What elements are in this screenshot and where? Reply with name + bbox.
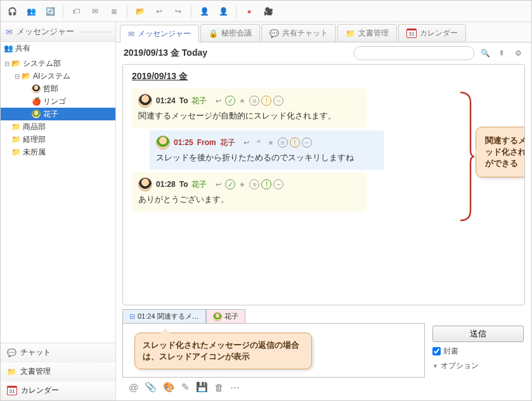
action-reply-icon[interactable]: ↩ <box>242 137 252 148</box>
action-star-icon[interactable]: ★ <box>237 96 247 106</box>
tree-item-label: 商品部 <box>23 122 46 132</box>
edit-icon[interactable]: ✎ <box>181 381 190 393</box>
sidebar-header-label: メッセンジャー <box>16 26 74 37</box>
attach-icon[interactable]: 📎 <box>145 381 157 393</box>
sidebar-nav-0[interactable]: 💬チャット <box>1 343 115 362</box>
search-input[interactable] <box>354 46 474 60</box>
message-0: 01:24To花子↩✓★≡!−関連するメッセージが自動的にスレッド化されます。 <box>132 89 367 128</box>
send-button[interactable]: 送信 <box>432 326 524 342</box>
sealed-checkbox[interactable] <box>432 347 441 355</box>
action-warn-icon[interactable]: ! <box>261 96 271 106</box>
tree-item-label: 未所属 <box>23 147 46 158</box>
tab-3[interactable]: 📁文書管理 <box>337 24 397 42</box>
sidebar-nav-2[interactable]: 31カレンダー <box>1 381 115 400</box>
tree-item-7[interactable]: 📁未所属 <box>1 146 115 158</box>
avatar-icon <box>138 177 152 191</box>
sealed-label: 封書 <box>443 346 458 357</box>
callout-thread-info: 関連するメッセージが自動的にスレッド化され、後から折りたたむことができる <box>476 127 525 177</box>
trash-icon[interactable]: 🗑 <box>214 382 224 393</box>
options-label: オプション <box>441 360 479 371</box>
tab-icon: 💬 <box>269 29 279 38</box>
message-direction: To <box>179 180 188 189</box>
tag-icon[interactable]: 🏷 <box>70 5 82 18</box>
action-list-icon[interactable]: ≡ <box>249 179 259 189</box>
action-check-icon[interactable]: ✓ <box>225 96 235 106</box>
dash-line <box>81 32 110 32</box>
tree-item-1[interactable]: ⊟📂AIシステム <box>1 70 115 82</box>
compose-tab-reply[interactable]: ⊟ 01:24 関連するメ… <box>122 309 206 323</box>
mention-icon[interactable]: @ <box>129 382 138 393</box>
action-warn-icon[interactable]: ! <box>290 137 300 148</box>
more-icon[interactable]: ⋯ <box>230 381 240 393</box>
tree-item-5[interactable]: 📁商品部 <box>1 120 115 133</box>
tree-item-2[interactable]: 哲郎 <box>1 82 115 95</box>
group-add-icon[interactable]: 👥 <box>25 5 37 18</box>
action-warn-g-icon[interactable]: ! <box>261 179 271 189</box>
content-area: ✉メッセンジャー🔒秘密会議💬共有チャット📁文書管理31カレンダー 2019/09… <box>116 22 531 400</box>
message-list: 2019/09/13 金 01:24To花子↩✓★≡!−関連するメッセージが自動… <box>122 64 525 305</box>
action-star-icon[interactable]: ★ <box>266 137 276 148</box>
palette-icon[interactable]: 🎨 <box>163 381 175 393</box>
action-minus-icon[interactable]: − <box>273 179 283 189</box>
users-icon[interactable]: 👤 <box>198 5 211 18</box>
action-quote-icon[interactable]: ❝ <box>254 137 264 148</box>
scroll-top-icon[interactable]: ⇞ <box>496 48 507 59</box>
avatar-icon <box>138 94 152 108</box>
action-reply-icon[interactable]: ↩ <box>213 179 223 189</box>
mail-new-icon[interactable]: ✉ <box>89 5 101 18</box>
folder-open-icon[interactable]: 📂 <box>134 5 146 18</box>
reply-all-icon[interactable]: ↩ <box>153 5 165 18</box>
message-direction: To <box>179 96 188 105</box>
thread-icon[interactable]: ≣ <box>108 5 120 18</box>
folder-icon: 📁 <box>11 135 21 144</box>
sealed-option[interactable]: 封書 <box>432 346 525 357</box>
headset-icon[interactable]: 🎧 <box>6 5 18 18</box>
message-actions: ↩✓★≡!− <box>213 179 283 189</box>
calendar-icon: 31 <box>406 29 417 38</box>
compose-tab-user[interactable]: 花子 <box>206 309 245 323</box>
message-body: スレッドを後から折りたためるのでスッキリしますね <box>156 152 378 163</box>
tab-1[interactable]: 🔒秘密会議 <box>200 24 260 42</box>
apple-icon: 🍎 <box>31 97 41 106</box>
callout-text: 関連するメッセージが自動的にスレッド化され、後から折りたたむことができる <box>485 136 525 168</box>
action-list-icon[interactable]: ≡ <box>278 137 288 148</box>
tree-toggle-icon[interactable]: ⊟ <box>13 73 21 80</box>
share-row[interactable]: 👥 共有 <box>1 42 115 54</box>
tab-label: メッセンジャー <box>138 29 191 39</box>
action-check-icon[interactable]: ✓ <box>225 179 235 189</box>
tab-4[interactable]: 31カレンダー <box>398 24 466 42</box>
message-direction: From <box>197 138 216 147</box>
nav-icon: 💬 <box>7 348 16 357</box>
nav-label: カレンダー <box>21 385 59 396</box>
record-icon[interactable]: ● <box>243 5 256 18</box>
user-refresh-icon[interactable]: 🔄 <box>44 5 56 18</box>
message-body: ありがとうございます。 <box>138 194 360 205</box>
avatar-icon <box>156 136 170 150</box>
save-icon[interactable]: 💾 <box>196 381 208 393</box>
reply-icon[interactable]: ↪ <box>172 5 185 18</box>
search-icon[interactable]: 🔍 <box>479 48 491 59</box>
tree-item-label: 経理部 <box>23 134 46 145</box>
tree-item-3[interactable]: 🍎リンゴ <box>1 95 115 108</box>
tab-2[interactable]: 💬共有チャット <box>261 24 336 42</box>
tab-label: カレンダー <box>420 28 458 39</box>
tab-0[interactable]: ✉メッセンジャー <box>120 25 199 42</box>
camera-icon[interactable]: 🎥 <box>262 5 275 18</box>
user-minus-icon[interactable]: 👤 <box>217 5 230 18</box>
sidebar-header[interactable]: ✉ メッセンジャー <box>1 22 115 42</box>
action-minus-icon[interactable]: − <box>302 137 312 148</box>
tree-item-4[interactable]: 花子 <box>1 108 115 120</box>
tree-item-0[interactable]: ⊟📂システム部 <box>1 57 115 70</box>
action-list-icon[interactable]: ≡ <box>249 96 259 106</box>
tree-toggle-icon[interactable]: ⊟ <box>3 60 11 67</box>
compose-textarea[interactable]: スレッド化されたメッセージの返信の場合は、スレッドアイコンが表示 <box>122 323 425 378</box>
sidebar-nav-1[interactable]: 📁文書管理 <box>1 362 115 381</box>
action-star-icon[interactable]: ★ <box>237 179 247 189</box>
gear-icon[interactable]: ⚙ <box>512 48 524 59</box>
tab-icon: ✉ <box>128 30 134 39</box>
action-reply-icon[interactable]: ↩ <box>213 96 223 106</box>
action-minus-icon[interactable]: − <box>273 96 283 106</box>
tree-item-6[interactable]: 📁経理部 <box>1 133 115 146</box>
options-toggle[interactable]: ▼ オプション <box>432 360 525 371</box>
compose-tab-reply-label: 01:24 関連するメ… <box>138 312 199 321</box>
